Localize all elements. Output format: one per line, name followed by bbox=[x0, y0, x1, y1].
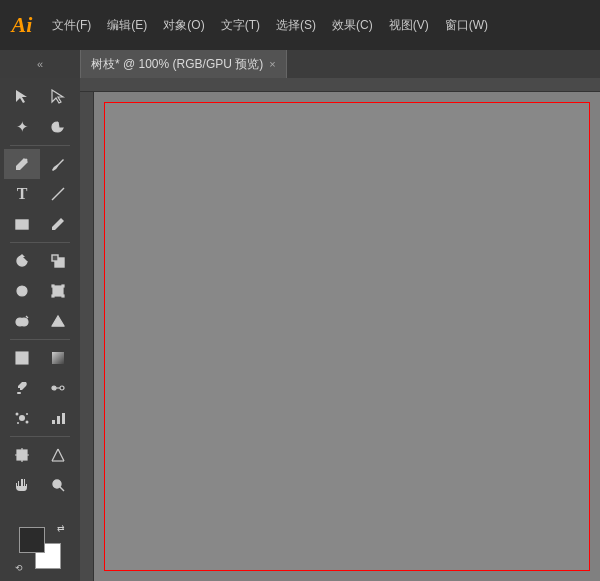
svg-rect-11 bbox=[62, 285, 64, 287]
ruler-vertical bbox=[80, 92, 94, 581]
magic-wand-tool[interactable]: ✦ bbox=[4, 112, 40, 142]
menu-bar: 文件(F) 编辑(E) 对象(O) 文字(T) 选择(S) 效果(C) 视图(V… bbox=[44, 0, 496, 50]
graph-tool[interactable] bbox=[40, 403, 76, 433]
pen-tool[interactable] bbox=[4, 149, 40, 179]
svg-line-43 bbox=[60, 487, 64, 491]
menu-item-view[interactable]: 视图(V) bbox=[381, 13, 437, 38]
svg-marker-1 bbox=[52, 90, 63, 103]
svg-point-26 bbox=[19, 415, 25, 421]
svg-point-27 bbox=[16, 413, 19, 416]
svg-rect-12 bbox=[52, 295, 54, 297]
svg-line-40 bbox=[58, 449, 64, 461]
rotate-tool[interactable] bbox=[4, 246, 40, 276]
svg-rect-10 bbox=[52, 285, 54, 287]
slice-tool[interactable] bbox=[40, 440, 76, 470]
svg-rect-31 bbox=[52, 420, 55, 424]
menu-item-window[interactable]: 窗口(W) bbox=[437, 13, 496, 38]
pencil-tool[interactable] bbox=[40, 209, 76, 239]
tab-title: 树枝* @ 100% (RGB/GPU 预览) bbox=[91, 56, 263, 73]
svg-rect-22 bbox=[17, 392, 21, 394]
ai-logo: Ai bbox=[0, 0, 44, 50]
svg-point-29 bbox=[17, 422, 19, 424]
zoom-tool[interactable] bbox=[40, 470, 76, 500]
menu-item-file[interactable]: 文件(F) bbox=[44, 13, 99, 38]
ruler-horizontal bbox=[80, 78, 600, 92]
svg-rect-4 bbox=[16, 220, 28, 229]
foreground-color-swatch[interactable] bbox=[19, 527, 45, 553]
svg-rect-7 bbox=[52, 255, 58, 261]
color-swatch-area[interactable]: ⟲ ⇄ bbox=[15, 523, 65, 573]
document-tab[interactable]: 树枝* @ 100% (RGB/GPU 预览) × bbox=[80, 50, 287, 78]
shape-builder-tool[interactable] bbox=[4, 306, 40, 336]
svg-line-3 bbox=[52, 188, 64, 200]
svg-point-15 bbox=[20, 318, 28, 326]
svg-rect-33 bbox=[62, 413, 65, 424]
collapse-arrow-icon: « bbox=[37, 58, 43, 70]
scale-tool[interactable] bbox=[40, 246, 76, 276]
mesh-tool[interactable] bbox=[4, 343, 40, 373]
svg-point-23 bbox=[52, 386, 56, 390]
selection-tool[interactable] bbox=[4, 82, 40, 112]
canvas-area[interactable] bbox=[80, 78, 600, 581]
menu-item-text[interactable]: 文字(T) bbox=[213, 13, 268, 38]
svg-rect-34 bbox=[17, 450, 27, 460]
svg-point-28 bbox=[26, 413, 28, 415]
tab-close-button[interactable]: × bbox=[269, 58, 275, 70]
menu-item-select[interactable]: 选择(S) bbox=[268, 13, 324, 38]
blend-tool[interactable] bbox=[40, 373, 76, 403]
artboard bbox=[104, 102, 590, 571]
svg-marker-16 bbox=[52, 316, 64, 326]
menu-item-object[interactable]: 对象(O) bbox=[155, 13, 212, 38]
svg-rect-32 bbox=[57, 416, 60, 424]
rectangle-tool[interactable] bbox=[4, 209, 40, 239]
menu-item-edit[interactable]: 编辑(E) bbox=[99, 13, 155, 38]
svg-marker-5 bbox=[19, 254, 25, 257]
svg-point-2 bbox=[25, 159, 28, 162]
hand-tool[interactable] bbox=[4, 470, 40, 500]
svg-rect-21 bbox=[52, 352, 64, 364]
lasso-tool[interactable] bbox=[40, 112, 76, 142]
artboard-tool[interactable] bbox=[4, 440, 40, 470]
type-tool[interactable]: T bbox=[4, 179, 40, 209]
perspective-tool[interactable] bbox=[40, 306, 76, 336]
warp-tool[interactable] bbox=[4, 276, 40, 306]
brush-tool[interactable] bbox=[40, 149, 76, 179]
free-transform-tool[interactable] bbox=[40, 276, 76, 306]
toolbar: ✦ bbox=[0, 78, 80, 581]
menu-item-effect[interactable]: 效果(C) bbox=[324, 13, 381, 38]
svg-rect-13 bbox=[62, 295, 64, 297]
svg-point-30 bbox=[26, 421, 29, 424]
direct-selection-tool[interactable] bbox=[40, 82, 76, 112]
swap-colors-icon[interactable]: ⇄ bbox=[57, 523, 65, 533]
svg-marker-0 bbox=[16, 90, 27, 103]
symbol-sprayer-tool[interactable] bbox=[4, 403, 40, 433]
line-tool[interactable] bbox=[40, 179, 76, 209]
document-canvas[interactable] bbox=[94, 92, 600, 581]
svg-point-24 bbox=[60, 386, 64, 390]
toolbar-collapse[interactable]: « bbox=[0, 50, 80, 78]
gradient-tool[interactable] bbox=[40, 343, 76, 373]
reset-colors-icon[interactable]: ⟲ bbox=[15, 563, 23, 573]
eyedropper-tool[interactable] bbox=[4, 373, 40, 403]
svg-line-39 bbox=[52, 449, 58, 461]
